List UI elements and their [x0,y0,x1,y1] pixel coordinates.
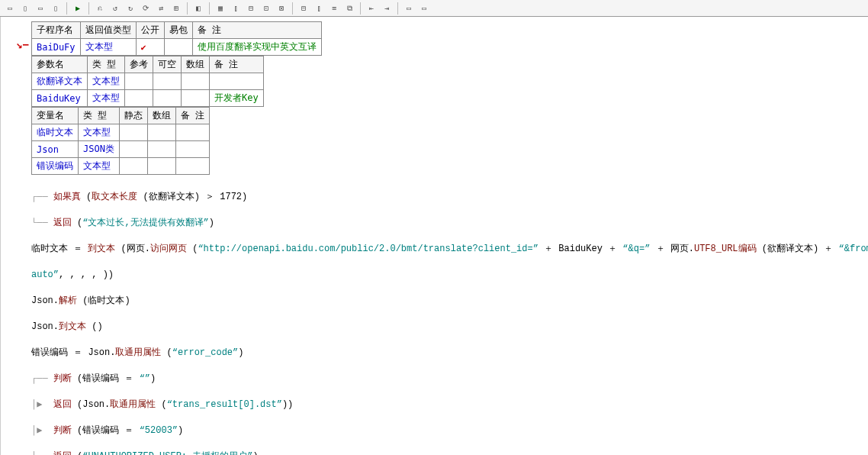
cell[interactable]: 文本型 [79,158,120,175]
marker-collapse-icon[interactable]: ↘− [1,38,31,50]
tb-btn-17[interactable]: ⊟ [297,2,310,15]
cell[interactable] [182,73,210,90]
gutter-markers: ↘− [1,17,31,455]
th-var-type: 类 型 [79,108,120,124]
cell[interactable] [210,73,264,90]
subroutine-table: 子程序名 返回值类型 公开 易包 备 注 BaiDuFy 文本型 ✔ 使用百度翻… [31,21,322,56]
tb-btn-12[interactable]: ▦ [214,2,227,15]
code-line[interactable]: Json.解析 (临时文本) [31,295,868,308]
cell[interactable] [175,141,209,158]
th-param-nullable: 可空 [153,56,182,73]
cell[interactable] [147,124,175,141]
code-line[interactable]: │▶ 判断 (错误编码 ＝ “52003”) [31,424,868,437]
code-line[interactable]: │▶ 返回 (Json.取通用属性 (“trans_result[0].dst”… [31,399,868,411]
cell[interactable] [119,141,147,158]
th-epkg: 易包 [164,22,192,39]
table-row[interactable]: 欲翻译文本 文本型 [32,73,264,90]
tb-run-icon[interactable]: ▶ [71,2,85,15]
cell[interactable] [175,124,209,141]
table-header-row: 参数名 类 型 参考 可空 数组 备 注 [32,56,264,73]
th-var-name: 变量名 [32,108,79,124]
cell[interactable]: Json [32,141,79,158]
th-ret-type: 返回值类型 [80,22,136,39]
tb-btn-11[interactable]: ◧ [191,2,205,15]
cell[interactable]: 错误编码 [32,158,79,175]
cell[interactable] [119,158,147,175]
cell[interactable] [147,141,175,158]
tb-btn-15[interactable]: ⊡ [259,2,273,15]
code-line[interactable]: auto”, , , , )) [31,269,868,282]
cell-public-check[interactable]: ✔ [136,39,164,56]
tb-btn-13[interactable]: ⫿ [229,2,243,15]
cell[interactable]: JSON类 [79,141,120,158]
tb-btn-16[interactable]: ⊠ [275,2,288,15]
th-param-remark: 备 注 [210,56,264,73]
table-row[interactable]: BaiDuFy 文本型 ✔ 使用百度翻译实现中英文互译 [32,39,322,56]
cell[interactable] [119,124,147,141]
table-row[interactable]: BaiduKey 文本型 开发者Key [32,90,264,107]
tb-btn-21[interactable]: ⇤ [365,2,378,15]
th-var-array: 数组 [147,108,175,124]
cell[interactable]: 文本型 [88,73,125,90]
tb-btn-18[interactable]: ⫿ [312,2,326,15]
tb-btn-22[interactable]: ⇥ [380,2,394,15]
tb-btn-8[interactable]: ⟳ [139,2,153,15]
vars-table: 变量名 类 型 静态 数组 备 注 临时文本 文本型 Json JSON类 [31,107,210,175]
tb-btn-24[interactable]: ▭ [417,2,431,15]
tb-btn-5[interactable]: ⎌ [93,2,107,15]
cell[interactable] [153,90,182,107]
params-table: 参数名 类 型 参考 可空 数组 备 注 欲翻译文本 文本型 BaiduKey … [31,56,264,107]
cell[interactable] [175,158,209,175]
tb-btn-6[interactable]: ↺ [108,2,122,15]
cell[interactable] [153,73,182,90]
cell[interactable]: 欲翻译文本 [32,73,88,90]
tb-btn-19[interactable]: ≡ [327,2,341,15]
code-line[interactable]: 错误编码 ＝ Json.取通用属性 (“error_code”) [31,347,868,360]
cell[interactable]: 文本型 [88,90,125,107]
table-row[interactable]: Json JSON类 [32,141,210,158]
th-sub-name: 子程序名 [32,22,81,39]
tb-btn-23[interactable]: ▭ [402,2,416,15]
code-line[interactable]: Json.到文本 () [31,321,868,334]
th-param-ref: 参考 [125,56,153,73]
tb-btn-2[interactable]: ▯ [18,2,32,15]
th-param-name: 参数名 [32,56,88,73]
th-var-remark: 备 注 [175,108,209,124]
tb-btn-4[interactable]: ▯ [49,2,63,15]
code-line[interactable]: │ 返回 (“UNAUTHORIZED USER: 未授权的用户”) [31,450,868,455]
editor-main: ↘− 子程序名 返回值类型 公开 易包 备 注 BaiDuFy 文本型 ✔ 使用… [0,17,868,455]
cell-epkg[interactable] [164,39,192,56]
cell[interactable]: 临时文本 [32,124,79,141]
code-body[interactable]: ┌── 如果真 (取文本长度 (欲翻译文本) ＞ 1772) └── 返回 (“… [31,175,868,455]
cell[interactable] [182,90,210,107]
code-line[interactable]: └── 返回 (“文本过长,无法提供有效翻译”) [31,217,868,230]
th-remark: 备 注 [192,22,321,39]
tb-btn-20[interactable]: ⧉ [342,2,356,15]
code-content: 子程序名 返回值类型 公开 易包 备 注 BaiDuFy 文本型 ✔ 使用百度翻… [31,17,868,455]
tb-btn-9[interactable]: ⇄ [154,2,168,15]
tb-btn-10[interactable]: ⊞ [169,2,183,15]
tb-btn-3[interactable]: ▭ [34,2,47,15]
cell-remark[interactable]: 使用百度翻译实现中英文互译 [192,39,321,56]
cell[interactable] [147,158,175,175]
table-row[interactable]: 临时文本 文本型 [32,124,210,141]
table-row[interactable]: 错误编码 文本型 [32,158,210,175]
cell[interactable]: 开发者Key [210,90,264,107]
code-line[interactable]: ┌── 如果真 (取文本长度 (欲翻译文本) ＞ 1772) [31,191,868,204]
tb-btn-1[interactable]: ▭ [3,2,17,15]
cell[interactable] [125,73,153,90]
cell[interactable]: 文本型 [79,124,120,141]
tb-btn-7[interactable]: ↻ [124,2,137,15]
cell-ret-type[interactable]: 文本型 [80,39,136,56]
code-line[interactable]: ┌── 判断 (错误编码 ＝ “”) [31,373,868,386]
tb-btn-14[interactable]: ⊟ [244,2,258,15]
th-param-array: 数组 [182,56,210,73]
th-public: 公开 [136,22,164,39]
th-param-type: 类 型 [88,56,125,73]
table-header-row: 子程序名 返回值类型 公开 易包 备 注 [32,22,322,39]
table-header-row: 变量名 类 型 静态 数组 备 注 [32,108,210,124]
cell-sub-name[interactable]: BaiDuFy [32,39,81,56]
cell[interactable] [125,90,153,107]
cell[interactable]: BaiduKey [32,90,88,107]
code-line[interactable]: 临时文本 ＝ 到文本 (网页.访问网页 (“http://openapi.bai… [31,243,868,256]
